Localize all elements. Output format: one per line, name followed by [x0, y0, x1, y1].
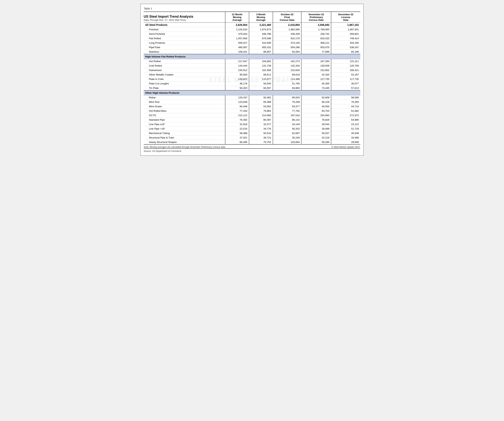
- row-value: 2,154,520: [225, 27, 249, 32]
- row-value: 26,099: [301, 127, 331, 131]
- main-table: US Steel Import Trend Analysis Data Thro…: [144, 12, 360, 152]
- row-value: 80,387: [249, 118, 273, 122]
- row-value: 474,140: [273, 41, 301, 45]
- row-value: 44,710: [331, 104, 360, 109]
- row-label: Standard Pipe: [144, 118, 225, 122]
- title-main: US Steel Import Trend Analysis: [144, 15, 223, 19]
- footer-note-row: Note: Moving averages are calculated thr…: [144, 144, 360, 148]
- row-value: 480,587: [225, 45, 249, 50]
- row-value: 136,822: [225, 77, 249, 82]
- row-value: 23,122: [331, 122, 360, 127]
- row-label: OCTG: [144, 113, 225, 118]
- row-value: 346,786: [249, 32, 273, 36]
- row-value: 70,752: [249, 140, 273, 145]
- row-value: 103,064: [273, 140, 301, 145]
- data-row: Line Pipe >16"22,51034,77640,33226,09951…: [144, 127, 360, 131]
- row-value: 94,203: [225, 86, 249, 91]
- row-label: Long Products: [144, 41, 225, 45]
- row-value: 70,299: [273, 100, 301, 104]
- footer-source: Source: US Department of Commerce: [144, 148, 360, 152]
- row-value: 83,703: [301, 109, 331, 113]
- row-label: Cold Rolled: [144, 64, 225, 68]
- row-value: 83,883: [273, 86, 301, 91]
- data-row: Wire Rod123,63965,39870,29966,22976,265: [144, 100, 360, 104]
- row-value: 92,094: [273, 50, 301, 54]
- row-value: 45,548: [331, 131, 360, 135]
- row-value: 114,398: [273, 77, 301, 82]
- row-value: 30,077: [331, 82, 360, 86]
- data-row: Semi-Finished475,044346,786436,209236,74…: [144, 32, 360, 36]
- row-label: Wire Drawn: [144, 104, 225, 109]
- row-value: 76,392: [225, 118, 249, 122]
- row-label: Plate in Coils: [144, 77, 225, 82]
- section-header-row: High-Volume Flat Rolled Products: [144, 54, 360, 59]
- data-row: Plate in Coils136,822115,877114,398127,7…: [144, 77, 360, 82]
- row-label: Structural Pipe & Tube: [144, 135, 225, 140]
- row-value: 152,802: [301, 68, 331, 72]
- data-row: Rebar120,43792,46295,63362,60958,006: [144, 95, 360, 100]
- data-row: Stainless108,20186,85792,09477,69965,186: [144, 50, 360, 54]
- row-value: 51,795: [273, 82, 301, 86]
- row-value: 1,874,674: [249, 27, 273, 32]
- row-value: 272,972: [331, 113, 360, 118]
- col-header-3month: 3 MonthMovingAverage: [249, 12, 273, 23]
- row-value: 46,176: [225, 82, 249, 86]
- row-value: 57,613: [331, 86, 360, 91]
- row-value: 245,912: [225, 68, 249, 72]
- data-row: Plate Cut Lengths46,17650,64051,79555,30…: [144, 82, 360, 86]
- row-value: 60,446: [225, 104, 249, 109]
- row-label: Semi-Finished: [144, 32, 225, 36]
- row-value: 505,331: [249, 45, 273, 50]
- data-row: Wire Drawn60,44653,56259,37750,55044,710: [144, 104, 360, 109]
- section-header-label: Other High-Volume Products: [144, 90, 360, 95]
- footer-note: Note: Moving averages are calculated thr…: [144, 144, 301, 148]
- row-value: 69,018: [273, 72, 301, 77]
- row-value: 139,509: [301, 64, 331, 68]
- row-label: Tin Plate: [144, 86, 225, 91]
- row-label: Stainless: [144, 50, 225, 54]
- row-value: 42,320: [301, 72, 331, 77]
- row-value: 53,562: [249, 104, 273, 109]
- row-value: 2,221,460: [249, 23, 273, 27]
- row-value: 131,311: [331, 59, 360, 64]
- data-row: All Steel Products2,629,5642,221,4602,41…: [144, 23, 360, 27]
- table-label: Table 1: [144, 7, 360, 10]
- row-value: 254,893: [301, 113, 331, 118]
- row-value: 76,265: [331, 100, 360, 104]
- row-value: 475,044: [225, 32, 249, 36]
- row-value: 32,219: [301, 135, 331, 140]
- data-row: Hot Rolled Bars77,43375,86277,79283,7036…: [144, 109, 360, 113]
- row-value: 95,083: [225, 72, 249, 77]
- row-value: 369,121: [301, 41, 331, 45]
- data-row: Other Metallic Coated95,08369,61169,0184…: [144, 72, 360, 77]
- row-label: Other Metallic Coated: [144, 72, 225, 77]
- row-value: 1,769,950: [301, 27, 331, 32]
- row-value: 819,333: [301, 36, 331, 41]
- data-row: Structural Pipe & Tube37,93136,72135,248…: [144, 135, 360, 140]
- row-value: 77,699: [301, 50, 331, 54]
- row-value: 210,628: [273, 68, 301, 72]
- row-value: 35,248: [273, 135, 301, 140]
- row-value: 33,468: [331, 135, 360, 140]
- row-value: 62,609: [301, 95, 331, 100]
- row-value: 64,986: [331, 118, 360, 122]
- row-label: Plate Cut Lengths: [144, 82, 225, 86]
- data-row: Finished2,154,5201,874,6741,982,6851,769…: [144, 27, 360, 32]
- row-value: 115,877: [249, 77, 273, 82]
- row-value: 123,639: [225, 100, 249, 104]
- row-value: 144,444: [225, 64, 249, 68]
- row-label: Heavy Structural Shapes: [144, 140, 225, 145]
- row-value: 108,201: [225, 50, 249, 54]
- row-value: 32,577: [249, 122, 273, 127]
- row-value: 55,516: [249, 131, 273, 135]
- row-value: 117,735: [331, 77, 360, 82]
- row-value: 51,729: [331, 127, 360, 131]
- row-value: 120,437: [225, 95, 249, 100]
- row-value: 2,006,692: [301, 23, 331, 27]
- row-value: 162,273: [273, 59, 301, 64]
- row-value: 86,142: [273, 118, 301, 122]
- row-value: 69,611: [249, 72, 273, 77]
- row-label: Line Pipe >16": [144, 127, 225, 131]
- col-header-nov22: November-22PreliminaryCensus Data: [301, 12, 331, 23]
- row-label: Hot Rolled: [144, 59, 225, 64]
